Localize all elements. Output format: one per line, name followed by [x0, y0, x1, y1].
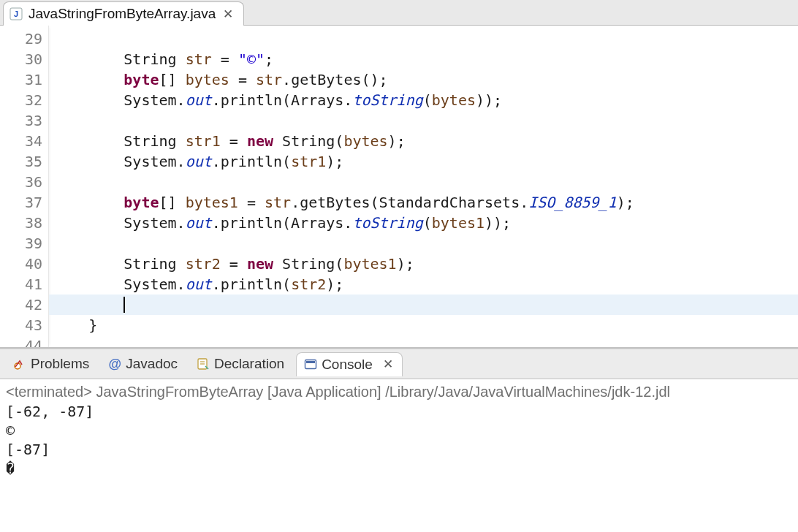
text-cursor	[123, 297, 125, 313]
line-number: 34	[13, 131, 42, 151]
code-line[interactable]	[49, 335, 798, 349]
tab-console-label: Console	[322, 357, 373, 373]
code-line[interactable]: byte[] bytes = str.getBytes();	[49, 69, 798, 90]
tab-javadoc-label: Javadoc	[126, 356, 178, 372]
code-line[interactable]: String str1 = new String(bytes);	[49, 131, 798, 151]
line-number: 43	[13, 315, 42, 335]
svg-text:J: J	[14, 10, 18, 18]
code-line[interactable]	[49, 233, 798, 254]
line-gutter: 29303132333435363738394041424344	[0, 26, 49, 347]
problems-icon	[13, 357, 26, 370]
close-icon[interactable]: ✕	[381, 357, 395, 372]
line-number: 39	[13, 233, 42, 254]
code-line[interactable]	[49, 172, 798, 192]
editor-tab-strip: J JavaStringFromByteArray.java ✕	[0, 0, 798, 26]
line-number: 40	[13, 254, 42, 274]
svg-rect-7	[306, 361, 315, 363]
code-editor[interactable]: 29303132333435363738394041424344 String …	[0, 26, 798, 349]
console-area[interactable]: <terminated> JavaStringFromByteArray [Ja…	[0, 379, 798, 532]
code-line[interactable]: String str = "©";	[49, 49, 798, 69]
close-icon[interactable]: ✕	[221, 7, 235, 22]
line-number: 38	[13, 213, 42, 233]
editor-tab[interactable]: J JavaStringFromByteArray.java ✕	[3, 1, 244, 26]
code-line[interactable]	[49, 110, 798, 131]
line-number: 41	[13, 274, 42, 294]
line-number: 37	[13, 192, 42, 213]
code-line[interactable]: String str2 = new String(bytes1);	[49, 254, 798, 274]
code-line[interactable]: System.out.println(Arrays.toString(bytes…	[49, 90, 798, 110]
editor-tab-label: JavaStringFromByteArray.java	[28, 6, 216, 22]
javadoc-icon: @	[108, 357, 121, 370]
console-output: [-62, -87] © [-87] �	[6, 402, 792, 478]
line-number: 31	[13, 69, 42, 90]
line-number: 42	[13, 294, 42, 315]
line-number: 29	[13, 28, 42, 49]
line-number: 36	[13, 172, 42, 192]
code-line[interactable]: System.out.println(str1);	[49, 151, 798, 172]
code-area[interactable]: String str = "©"; byte[] bytes = str.get…	[49, 26, 798, 347]
code-line[interactable]: byte[] bytes1 = str.getBytes(StandardCha…	[49, 192, 798, 213]
line-number: 30	[13, 49, 42, 69]
tab-javadoc[interactable]: @ Javadoc	[101, 352, 185, 376]
tab-problems[interactable]: Problems	[6, 352, 96, 376]
views-tab-strip: Problems @ Javadoc Declaration	[0, 349, 798, 379]
line-number: 33	[13, 110, 42, 131]
console-status: <terminated> JavaStringFromByteArray [Ja…	[6, 384, 792, 400]
code-line[interactable]	[49, 28, 798, 49]
java-file-icon: J	[10, 7, 23, 20]
line-number: 44	[13, 335, 42, 349]
tab-declaration[interactable]: Declaration	[189, 352, 292, 376]
tab-declaration-label: Declaration	[214, 356, 284, 372]
declaration-icon	[197, 357, 210, 370]
tab-console[interactable]: Console ✕	[296, 352, 403, 376]
tab-problems-label: Problems	[31, 356, 89, 372]
ide-window: J JavaStringFromByteArray.java ✕ 2930313…	[0, 0, 798, 532]
console-icon	[304, 358, 317, 371]
code-line[interactable]	[49, 294, 798, 315]
code-line[interactable]: System.out.println(str2);	[49, 274, 798, 294]
code-line[interactable]: }	[49, 315, 798, 335]
line-number: 32	[13, 90, 42, 110]
code-line[interactable]: System.out.println(Arrays.toString(bytes…	[49, 213, 798, 233]
line-number: 35	[13, 151, 42, 172]
